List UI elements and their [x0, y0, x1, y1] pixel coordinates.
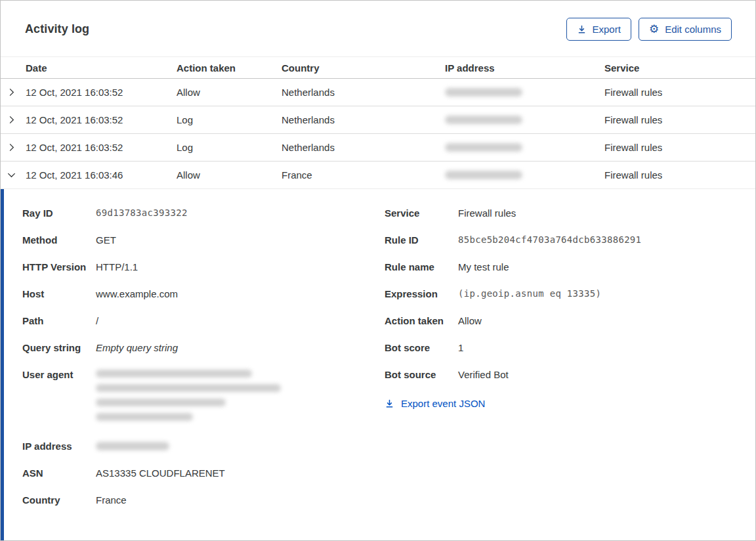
- chevron-right-icon: [7, 87, 16, 97]
- detail-value: Firewall rules: [458, 205, 516, 221]
- cell-service: Firewall rules: [604, 114, 755, 125]
- toolbar: Export ⚙ Edit columns: [566, 18, 732, 41]
- table-row[interactable]: 12 Oct, 2021 16:03:52 Log Netherlands Fi…: [1, 134, 755, 162]
- table-row[interactable]: 12 Oct, 2021 16:03:52 Allow Netherlands …: [1, 79, 755, 106]
- detail-row-ip-address: IP address: [22, 438, 385, 454]
- expand-row-button[interactable]: [1, 115, 26, 125]
- cell-ip-address-redacted: [445, 171, 604, 179]
- detail-value: GET: [96, 232, 116, 248]
- detail-label: Action taken: [385, 313, 458, 329]
- detail-label: Rule name: [385, 259, 458, 275]
- detail-row-rule-name: Rule name My test rule: [385, 259, 755, 275]
- header: Activity log Export ⚙ Edit columns: [1, 1, 755, 41]
- cell-country: Netherlands: [282, 87, 445, 98]
- detail-value-redacted: [96, 366, 281, 427]
- detail-label: Ray ID: [22, 205, 96, 221]
- detail-value: Verified Bot: [458, 366, 509, 383]
- detail-value: My test rule: [458, 259, 509, 275]
- detail-value: HTTP/1.1: [96, 259, 138, 275]
- cell-country: France: [282, 169, 445, 181]
- gear-icon: ⚙: [649, 24, 659, 35]
- detail-column-left: Ray ID 69d13783ac393322 Method GET HTTP …: [22, 205, 385, 527]
- detail-value: Allow: [458, 313, 482, 329]
- detail-value: France: [96, 492, 127, 508]
- edit-columns-button[interactable]: ⚙ Edit columns: [639, 18, 732, 41]
- detail-label: ASN: [22, 465, 96, 481]
- detail-value: www.example.com: [96, 286, 178, 302]
- table-row-expanded[interactable]: 12 Oct, 2021 16:03:46 Allow France Firew…: [1, 162, 755, 189]
- detail-value: Empty query string: [96, 339, 178, 356]
- detail-value: 69d13783ac393322: [96, 205, 188, 221]
- detail-label: Path: [22, 313, 96, 329]
- activity-log-table: Date Action taken Country IP address Ser…: [1, 56, 755, 189]
- cell-date: 12 Oct, 2021 16:03:52: [26, 87, 177, 98]
- detail-label: Rule ID: [385, 232, 458, 248]
- detail-row-ray-id: Ray ID 69d13783ac393322: [22, 205, 385, 221]
- download-icon: [577, 24, 587, 34]
- detail-row-bot-score: Bot score 1: [385, 339, 755, 356]
- detail-row-action-taken: Action taken Allow: [385, 313, 755, 329]
- detail-label: IP address: [22, 438, 96, 454]
- cell-action-taken: Allow: [177, 87, 282, 98]
- export-event-json-link[interactable]: Export event JSON: [385, 398, 485, 409]
- cell-ip-address-redacted: [445, 143, 604, 152]
- cell-country: Netherlands: [282, 114, 445, 125]
- detail-row-asn: ASN AS13335 CLOUDFLARENET: [22, 465, 385, 481]
- cell-service: Firewall rules: [604, 169, 755, 181]
- detail-row-bot-source: Bot source Verified Bot: [385, 366, 755, 383]
- detail-label: Expression: [385, 286, 458, 302]
- cell-date: 12 Oct, 2021 16:03:52: [26, 114, 177, 125]
- detail-row-http-version: HTTP Version HTTP/1.1: [22, 259, 385, 275]
- detail-label: User agent: [22, 366, 96, 383]
- detail-label: Bot score: [385, 339, 458, 356]
- detail-label: Bot source: [385, 366, 458, 383]
- edit-columns-button-label: Edit columns: [665, 24, 721, 35]
- detail-value-redacted: [96, 438, 169, 450]
- detail-row-rule-id: Rule ID 85bce5b204cf4703a764dcb633886291: [385, 232, 755, 248]
- detail-label: Country: [22, 492, 96, 508]
- chevron-right-icon: [7, 142, 16, 152]
- detail-column-right: Service Firewall rules Rule ID 85bce5b20…: [385, 205, 755, 527]
- chevron-right-icon: [7, 115, 16, 125]
- export-button[interactable]: Export: [566, 18, 631, 41]
- detail-row-method: Method GET: [22, 232, 385, 248]
- detail-label: Method: [22, 232, 96, 248]
- column-header-ip-address: IP address: [445, 62, 604, 74]
- detail-label: Service: [385, 205, 458, 221]
- expand-row-button[interactable]: [1, 87, 26, 97]
- cell-date: 12 Oct, 2021 16:03:52: [26, 142, 177, 153]
- chevron-down-icon: [7, 170, 16, 180]
- detail-value: 1: [458, 339, 463, 356]
- column-header-date: Date: [26, 62, 177, 74]
- detail-value: AS13335 CLOUDFLARENET: [96, 465, 225, 481]
- cell-action-taken: Allow: [177, 169, 282, 181]
- cell-ip-address-redacted: [445, 116, 604, 124]
- export-button-label: Export: [593, 24, 621, 35]
- export-event-json-label: Export event JSON: [401, 398, 485, 409]
- detail-value: 85bce5b204cf4703a764dcb633886291: [458, 232, 641, 248]
- detail-row-country: Country France: [22, 492, 385, 508]
- cell-service: Firewall rules: [604, 87, 755, 98]
- detail-label: Query string: [22, 339, 96, 356]
- detail-row-user-agent: User agent: [22, 366, 385, 427]
- cell-country: Netherlands: [282, 142, 445, 153]
- detail-row-query-string: Query string Empty query string: [22, 339, 385, 356]
- cell-ip-address-redacted: [445, 88, 604, 97]
- column-header-country: Country: [282, 62, 445, 74]
- detail-row-host: Host www.example.com: [22, 286, 385, 302]
- detail-label: Host: [22, 286, 96, 302]
- download-icon: [385, 399, 394, 408]
- column-header-action-taken: Action taken: [177, 62, 282, 74]
- collapse-row-button[interactable]: [1, 170, 26, 180]
- column-header-service: Service: [604, 62, 755, 74]
- cell-action-taken: Log: [177, 114, 282, 125]
- page-title: Activity log: [25, 22, 89, 36]
- table-row[interactable]: 12 Oct, 2021 16:03:52 Log Netherlands Fi…: [1, 106, 755, 134]
- cell-action-taken: Log: [177, 142, 282, 153]
- detail-label: HTTP Version: [22, 259, 96, 275]
- cell-date: 12 Oct, 2021 16:03:46: [26, 169, 177, 181]
- cell-service: Firewall rules: [604, 142, 755, 153]
- table-header-row: Date Action taken Country IP address Ser…: [1, 56, 755, 79]
- expand-row-button[interactable]: [1, 142, 26, 152]
- detail-value: (ip.geoip.asnum eq 13335): [458, 286, 601, 302]
